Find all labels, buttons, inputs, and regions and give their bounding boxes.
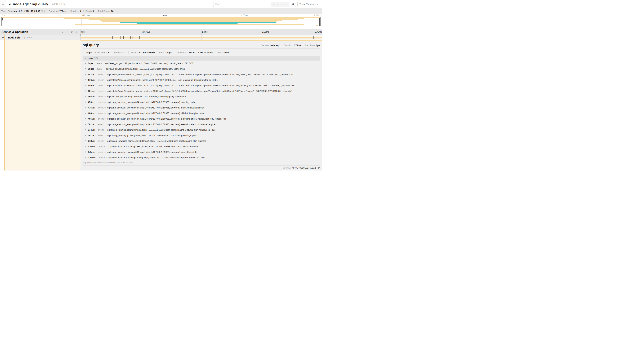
service-label: Service: <box>261 44 269 47</box>
minimap-canvas[interactable] <box>2 17 320 26</box>
tag-value: root <box>224 51 229 54</box>
tag-value: 1 <box>108 51 109 54</box>
find-group: ⌖ ∧ ∨ × <box>213 2 289 7</box>
tag-equals: = <box>137 51 138 54</box>
log-row[interactable]: 366μs:event=‹sql/plan_opt.go:358 [nsql1,… <box>83 94 320 99</box>
log-row[interactable]: 678μs:event=‹sql/distsql_physical_planne… <box>83 138 320 144</box>
chevron-right-icon[interactable] <box>84 123 86 125</box>
collapse-all-icon[interactable] <box>70 31 73 33</box>
ruler-gridline <box>141 29 141 35</box>
chevron-right-icon[interactable] <box>84 68 86 70</box>
chevron-right-icon[interactable] <box>84 84 86 87</box>
log-row[interactable]: 486μs:event=‹sql/conn_executor_exec.go:6… <box>83 110 320 116</box>
tags-row[interactable]: Tags: _unfinished=1_verbose=1client=127.… <box>83 51 320 54</box>
chevron-right-icon[interactable] <box>84 156 86 159</box>
log-event-key: event <box>98 151 104 153</box>
next-result-icon[interactable]: ∨ <box>281 3 283 6</box>
log-equals: = <box>104 123 106 126</box>
minimap-span-bar <box>316 25 318 26</box>
log-tick-mark <box>130 36 130 39</box>
keyboard-shortcuts-button[interactable]: ⌘ <box>291 2 296 7</box>
minimap-right-scrubber[interactable] <box>320 17 320 26</box>
chevron-right-icon <box>83 52 85 54</box>
log-row[interactable]: 189μs:event=‹sql/catalog/lease/descripto… <box>83 83 320 88</box>
tag-key: node <box>159 51 164 54</box>
collapse-one-icon[interactable] <box>61 31 64 33</box>
chevron-right-icon[interactable] <box>84 129 86 131</box>
chevron-right-icon[interactable] <box>84 79 86 81</box>
trace-title-group[interactable]: node sql1: sql query 7418682 <box>8 2 213 6</box>
clear-search-icon[interactable]: × <box>285 3 287 6</box>
locate-icon[interactable]: ⌖ <box>273 3 274 6</box>
timeline-grid-header: Service & Operation 0μs697.75μs1.4ms2.09… <box>0 29 322 35</box>
log-row[interactable]: 80μs:event=‹sql/plan_opt.go:358 [nsql1,c… <box>83 66 320 72</box>
expand-one-icon[interactable] <box>66 31 68 33</box>
log-tick-mark <box>88 36 88 39</box>
log-row[interactable]: 2.69ms:event=‹sql/conn_executor_exec.go:… <box>83 144 320 149</box>
back-button[interactable]: ← <box>0 0 6 8</box>
chevron-right-icon[interactable] <box>84 112 86 114</box>
minimap-span-bar <box>2 17 320 18</box>
minimap-span-bar <box>75 24 304 25</box>
link-icon[interactable] <box>317 167 320 169</box>
prev-result-icon[interactable]: ∧ <box>277 3 278 6</box>
log-row[interactable]: 495μs:event=‹sql/conn_executor_exec.go:6… <box>83 116 320 121</box>
chevron-right-icon[interactable] <box>84 134 86 136</box>
log-row[interactable]: 2.7ms:event=‹sql/conn_executor_exec.go:6… <box>83 149 320 155</box>
log-row[interactable]: 142μs:event=‹sql/catalog/lease/descripto… <box>83 72 320 77</box>
log-timestamp: 189μs: <box>88 84 95 87</box>
span-row[interactable]: node sql1 sql query <box>0 35 322 40</box>
span-timeline-cell[interactable] <box>80 35 322 40</box>
chevron-down-icon[interactable] <box>2 36 4 39</box>
log-message: ‹sql/plan_opt.go:358 [nsql1,client=127.0… <box>105 68 186 70</box>
log-row[interactable]: 34μs:event=‹sql/exec_util.go:2297 [nsql1… <box>83 61 320 66</box>
chevron-right-icon[interactable] <box>84 145 86 147</box>
log-row[interactable]: 502μs:event=‹sql/conn_executor_exec.go:6… <box>83 121 320 127</box>
column-resizer[interactable] <box>80 34 81 36</box>
tag-equals: = <box>186 51 188 54</box>
log-row[interactable]: 574μs:event=‹sql/distsql_running.go:1420… <box>83 127 320 133</box>
chevron-right-icon[interactable] <box>84 140 86 142</box>
log-timestamp: 201μs: <box>88 90 95 92</box>
tag-key: statement <box>176 51 186 54</box>
log-message: ‹sql/exec_util.go:2297 [nsql1,client=127… <box>105 62 194 65</box>
log-tick-mark <box>132 36 132 39</box>
span-id-label: SpanID: <box>283 167 291 169</box>
log-tick-mark <box>314 36 314 39</box>
log-row[interactable]: 459μs:event=‹sql/conn_executor_exec.go:6… <box>83 99 320 105</box>
chevron-right-icon[interactable] <box>84 118 86 120</box>
log-timestamp: 502μs: <box>88 123 95 126</box>
ruler-gridline <box>161 14 161 17</box>
tag-key: _unfinished <box>93 51 105 54</box>
depth-label: Depth <box>86 10 92 13</box>
selected-span-highlight <box>5 40 80 171</box>
log-equals: = <box>103 68 104 70</box>
log-row[interactable]: 597μs:event=‹sql/distsql_running.go:498 … <box>83 133 320 138</box>
log-equals: = <box>104 140 106 142</box>
logs-header[interactable]: Logs (18) <box>83 56 320 61</box>
log-row[interactable]: 476μs:event=‹sql/conn_executor_exec.go:6… <box>83 105 320 110</box>
log-row[interactable]: 201μs:event=‹sql/catalog/lease/descripto… <box>83 88 320 94</box>
divider <box>174 51 174 54</box>
chevron-right-icon[interactable] <box>84 73 86 75</box>
collapse-controls <box>61 31 78 33</box>
find-input[interactable] <box>213 2 270 7</box>
log-equals: = <box>104 151 106 153</box>
expand-all-icon[interactable] <box>75 31 78 33</box>
chevron-right-icon[interactable] <box>84 96 86 98</box>
span-name-cell[interactable]: node sql1 sql query <box>0 35 80 40</box>
divider <box>46 10 47 12</box>
log-message: ‹sql/conn_executor_exec.go:684 [nsql1,cl… <box>107 112 205 115</box>
view-selector-button[interactable]: Trace Timeline <box>298 2 320 7</box>
chevron-right-icon[interactable] <box>84 101 86 103</box>
log-message: ‹sql/distsql_running.go:1420 [nsql1,clie… <box>107 129 216 131</box>
chevron-right-icon[interactable] <box>84 151 86 153</box>
chevron-right-icon[interactable] <box>84 107 86 109</box>
log-event-key: event <box>98 106 104 109</box>
log-row[interactable]: 176μs:event=‹sql/catalog/descs/descripto… <box>83 77 320 83</box>
log-timestamp: 80μs: <box>88 68 94 70</box>
log-row[interactable]: 2.79ms:event=‹sql/conn_executor_exec.go:… <box>83 155 320 160</box>
ruler-tick-label: 2.09ms <box>262 31 269 33</box>
chevron-right-icon[interactable] <box>84 62 86 64</box>
chevron-right-icon[interactable] <box>84 90 86 92</box>
